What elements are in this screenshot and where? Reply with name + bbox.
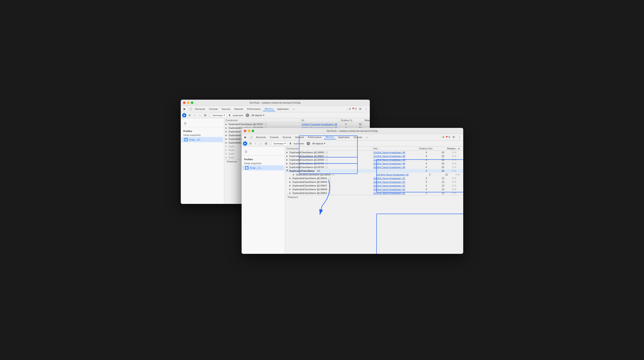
- maximize-button-2[interactable]: [252, 130, 254, 132]
- table-row[interactable]: ▶ DuplicatedClassName @175257 ⬜ XJrrEgL?…: [224, 122, 370, 126]
- table-row[interactable]: ▶ DuplicatedClassName @139695 ⬜ XJrrEgL?…: [285, 151, 463, 154]
- td-link[interactable]: XJrrEgL?anon=true&view=:48: [372, 165, 418, 169]
- td-dist: 4: [418, 158, 428, 162]
- tab-console-1[interactable]: Console: [207, 107, 220, 111]
- table-row[interactable]: ▶ DuplicatedClassName @139697 ⬜ XJrrEgL?…: [285, 154, 463, 158]
- table-row[interactable]: ▶ DuplicatedClassName @139699 ⬜ XJrrEgL?…: [285, 158, 463, 162]
- close-button-1[interactable]: [183, 101, 186, 104]
- stop-btn-2[interactable]: ⊘: [248, 141, 252, 146]
- tab-console-2[interactable]: Console: [268, 135, 280, 139]
- td-link[interactable]: XJrrEgL?nocache=true&view=:48: [300, 122, 340, 126]
- all-objects-arrow-2: ▾: [324, 142, 325, 145]
- snapshot-item-2[interactable]: 📄 Snap... (1....: [242, 165, 284, 170]
- minimize-button-2[interactable]: [248, 130, 250, 132]
- stop-btn-1[interactable]: ⊘: [187, 113, 192, 117]
- tab-elements-1[interactable]: Elements: [193, 107, 207, 111]
- sidebar-settings-icon[interactable]: ☰: [182, 121, 188, 126]
- filter-text-1[interactable]: duplicated: [231, 114, 245, 117]
- inspector-icon[interactable]: ⬜: [188, 106, 193, 112]
- table-row[interactable]: ▶ DuplicatedClassName @139701 ⬜ XJrrEgL?…: [285, 162, 463, 165]
- td-link[interactable]: XJrrEgL?anon=true&view=:48: [372, 158, 418, 162]
- summary-label-2: Summary: [273, 142, 284, 145]
- td-link[interactable]: XJrrEgL?anon=true&view=:42: [372, 180, 418, 184]
- all-objects-2[interactable]: All objects ▾: [311, 142, 326, 145]
- td-link[interactable]: XJrrEgL?anon=true&view=:48: [372, 162, 418, 165]
- filter-clear-2[interactable]: ✕: [306, 142, 310, 145]
- tab-application-1[interactable]: Application: [276, 107, 291, 111]
- collect-btn-2[interactable]: ⊞: [264, 141, 268, 146]
- settings-icon-1[interactable]: ⚙: [358, 106, 363, 112]
- th-dist-2: Dist...: [372, 147, 418, 150]
- td-link[interactable]: XJrrEgL?anon=true&view=:48: [372, 154, 418, 158]
- expanded-class-row[interactable]: ▶ DuplicatedClassName ×7 3 84 0 % 84 0 %: [285, 169, 463, 173]
- download-btn-2[interactable]: ↓: [258, 141, 263, 146]
- table-row[interactable]: ▶ DuplicatedClassName @139651 ⬜ XJrrEgL?…: [285, 191, 463, 195]
- cursor-icon[interactable]: ▶: [182, 106, 187, 112]
- td-link[interactable]: XJrrEgL?anon=true&view=:42: [372, 188, 418, 191]
- tab-memory-2[interactable]: Memory: [324, 135, 336, 139]
- summary-dropdown-1[interactable]: Summary ▾: [211, 113, 226, 117]
- table-row[interactable]: ▶ DuplicatedClassName @139647 ⬜ XJrrEgL?…: [285, 184, 463, 188]
- upload-btn-1[interactable]: ↑: [192, 113, 197, 117]
- table-row[interactable]: ▶ DuplicatedClassName @139703 ⬜ XJrrEgL?…: [285, 165, 463, 169]
- record-btn-2[interactable]: ●: [243, 141, 247, 146]
- tab-sources-2[interactable]: Sources: [281, 135, 293, 139]
- th-retained-1[interactable]: Retained...: [363, 118, 370, 122]
- td-retained: 348: [458, 154, 463, 158]
- window-title-1: DevTools - codepen.io/web-dot-dev/pen/XJ…: [250, 101, 301, 104]
- inspector-icon-2[interactable]: ⬜: [248, 135, 254, 140]
- more-options-icon-1[interactable]: ⋮: [363, 106, 368, 112]
- all-objects-1[interactable]: All objects ▾: [250, 113, 266, 117]
- main-area-2: ☰ Profiles Heap snapshots 📄 Snap... (1..…: [242, 147, 463, 254]
- th-retained-2[interactable]: Retaine...: [446, 147, 463, 150]
- tab-memory-1[interactable]: Memory: [263, 107, 275, 111]
- summary-dropdown-2[interactable]: Summary ▾: [272, 141, 287, 145]
- tab-sources-1[interactable]: Sources: [220, 107, 232, 111]
- table-row[interactable]: ▶ DuplicatedClassName @139643 ⬜ XJrrEgL?…: [285, 180, 463, 184]
- table-row[interactable]: ▶ DuplicatedClassName @139641 ⬜ XJrrEgL?…: [285, 177, 463, 180]
- td-shallow: 12: [428, 177, 446, 180]
- tab-application-2[interactable]: Application: [336, 135, 352, 139]
- filter-clear-1[interactable]: ✕: [246, 114, 249, 117]
- td-copy: [366, 159, 372, 160]
- td-link[interactable]: XJrrEgL?anon=true&view=:42: [376, 173, 421, 176]
- tab-performance-1[interactable]: Performance: [245, 107, 262, 111]
- record-btn-1[interactable]: ●: [182, 113, 186, 117]
- td-link[interactable]: XJrrEgL?anon=true&view=:48: [372, 151, 418, 154]
- minimize-button-1[interactable]: [187, 101, 190, 104]
- td-copy: [366, 185, 372, 186]
- more-tabs-icon-1[interactable]: »: [291, 106, 296, 112]
- table-row[interactable]: ▶ DuplicatedClassName @139649 ⬜ XJrrEgL?…: [285, 188, 463, 191]
- close-button-2[interactable]: [244, 130, 246, 132]
- devtools-window-2: DevTools - codepen.io/web-dot-dev/pen/XJ…: [242, 128, 463, 254]
- td-retained: 348: [458, 158, 463, 162]
- maximize-button-1[interactable]: [191, 101, 193, 104]
- td-shallow-pct: 0 %: [446, 151, 458, 154]
- td-copy: [366, 178, 372, 179]
- td-link[interactable]: XJrrEgL?anon=true&view=:42: [372, 177, 418, 180]
- collect-btn-1[interactable]: ⊞: [203, 113, 207, 117]
- tab-network-2[interactable]: Network: [294, 135, 306, 139]
- filter-text-2[interactable]: duplicated: [292, 142, 306, 145]
- cursor-icon-2[interactable]: ▶: [243, 135, 248, 140]
- td-retained: 348: [458, 151, 463, 154]
- td-shallow: 12: [432, 173, 449, 176]
- tab-network-1[interactable]: Network: [233, 107, 245, 111]
- table-row[interactable]: ▶ DuplicatedClassName @139639 ⬜ XJrrEgL?…: [285, 173, 463, 177]
- td-constructor: ▶ DuplicatedClassName @139697 ⬜: [285, 154, 366, 158]
- upload-btn-2[interactable]: ↑: [253, 141, 258, 146]
- snapshot-item-1[interactable]: 📄 Snap... (3....: [182, 137, 223, 142]
- tab-security-2[interactable]: Security: [352, 135, 364, 139]
- td-shallow: 52: [428, 158, 446, 162]
- td-link[interactable]: XJrrEgL?anon=true&view=:42: [372, 191, 418, 195]
- td-shallow-pct: 0 %: [446, 184, 458, 187]
- tab-performance-2[interactable]: Performance: [306, 135, 323, 139]
- more-tabs-icon-2[interactable]: »: [364, 135, 370, 140]
- tab-elements-2[interactable]: Elements: [254, 135, 268, 139]
- more-options-icon-2[interactable]: ⋮: [457, 135, 462, 140]
- td-link[interactable]: XJrrEgL?anon=true&view=:42: [372, 184, 418, 187]
- settings-icon-2[interactable]: ⚙: [451, 135, 456, 140]
- sidebar-settings-icon-2[interactable]: ☰: [243, 149, 248, 154]
- sidebar-toolbar-1: ☰: [181, 120, 224, 127]
- download-btn-1[interactable]: ↓: [198, 113, 202, 117]
